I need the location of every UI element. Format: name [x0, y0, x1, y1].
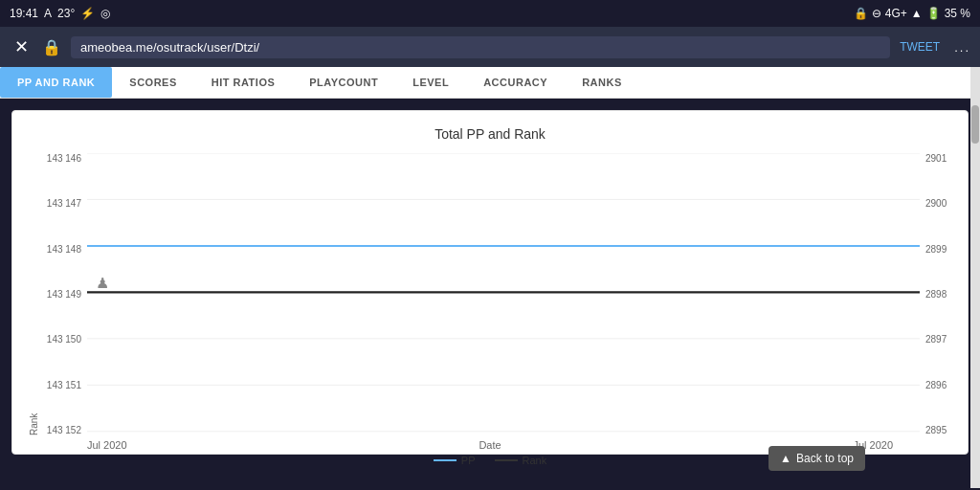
back-to-top-button[interactable]: ▲ Back to top	[768, 446, 865, 471]
y-labels-right: 2901 2900 2899 2898 2897 2896 2895	[920, 153, 958, 435]
y-left-3: 143 148	[41, 244, 81, 255]
icon2: ◎	[100, 7, 110, 20]
legend-rank: Rank	[495, 455, 547, 466]
more-button[interactable]: ...	[954, 40, 970, 55]
svg-text:♟: ♟	[96, 276, 110, 291]
tweet-button[interactable]: TWEET	[900, 40, 940, 55]
chart-svg: ♟	[87, 153, 920, 435]
browser-bar: ✕ 🔒 ameobea.me/osutrack/user/Dtzi/ TWEET…	[0, 27, 980, 67]
signal-icon: 4G+	[885, 7, 907, 20]
y-left-5: 143 150	[41, 334, 81, 345]
tab-accuracy[interactable]: ACCURACY	[466, 67, 565, 98]
y-left-6: 143 151	[41, 380, 81, 390]
legend-pp: PP	[434, 455, 476, 466]
scrollbar[interactable]	[970, 67, 980, 488]
tab-pp-and-rank[interactable]: PP AND RANK	[0, 67, 112, 98]
minus-icon: ⊖	[872, 7, 881, 20]
battery-percent: 35 %	[945, 7, 970, 20]
scrollbar-thumb[interactable]	[971, 105, 979, 144]
y-labels-left: 143 146 143 147 143 148 143 149 143 150 …	[41, 153, 87, 435]
status-bar: 19:41 A 23° ⚡ ◎ 🔒 ⊖ 4G+ ▲ 🔋 35 %	[0, 0, 980, 27]
back-to-top-label: Back to top	[796, 452, 854, 465]
x-label-left: Jul 2020	[87, 439, 127, 451]
tab-ranks[interactable]: RANKS	[565, 67, 639, 98]
temp: 23°	[57, 7, 75, 20]
app-icon: A	[44, 7, 52, 20]
chart-container: Rank 143 146 143 147 143 148 143 149 143…	[22, 153, 958, 435]
tab-playcount[interactable]: PLAYCOUNT	[292, 67, 395, 98]
url-bar[interactable]: ameobea.me/osutrack/user/Dtzi/	[71, 36, 890, 58]
y-right-6: 2896	[925, 380, 958, 390]
browser-actions: TWEET ...	[900, 40, 970, 55]
lock-icon: 🔒	[854, 7, 868, 20]
y-right-2: 2900	[925, 198, 958, 209]
legend-rank-line	[495, 459, 518, 461]
chart-title: Total PP and Rank	[22, 126, 958, 142]
y-right-3: 2899	[925, 244, 958, 255]
status-left: 19:41 A 23° ⚡ ◎	[10, 7, 110, 20]
x-axis-center-label: Date	[127, 439, 854, 451]
y-left-2: 143 147	[41, 198, 81, 209]
lock-icon: 🔒	[42, 38, 61, 56]
y-left-4: 143 149	[41, 289, 81, 300]
status-right: 🔒 ⊖ 4G+ ▲ 🔋 35 %	[854, 7, 970, 20]
time: 19:41	[10, 7, 38, 20]
legend-rank-label: Rank	[523, 455, 547, 466]
wifi-icon: ▲	[911, 7, 923, 20]
battery-icon: 🔋	[926, 7, 941, 20]
y-right-1: 2901	[925, 153, 958, 164]
y-right-4: 2898	[925, 289, 958, 300]
tab-level[interactable]: LEVEL	[395, 67, 466, 98]
chart-area: Total PP and Rank Rank 143 146 143 147 1…	[11, 110, 969, 455]
tab-hit-ratios[interactable]: HIT RATIOS	[194, 67, 293, 98]
tab-scores[interactable]: SCORES	[112, 67, 193, 98]
nav-tabs: PP AND RANK SCORES HIT RATIOS PLAYCOUNT …	[0, 67, 980, 99]
close-button[interactable]: ✕	[10, 36, 33, 57]
legend-pp-label: PP	[461, 455, 476, 466]
y-right-7: 2895	[925, 425, 958, 435]
icon1: ⚡	[80, 7, 95, 20]
y-left-7: 143 152	[41, 425, 81, 435]
y-left-1: 143 146	[41, 153, 81, 164]
chevron-up-icon: ▲	[780, 452, 791, 465]
legend-pp-line	[434, 459, 457, 461]
y-right-5: 2897	[925, 334, 958, 345]
y-axis-rank-label: Rank	[22, 153, 41, 435]
